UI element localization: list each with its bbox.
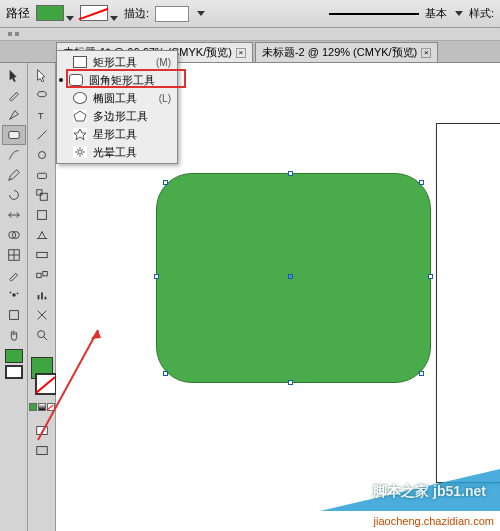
mesh-tool[interactable] xyxy=(2,245,26,265)
svg-marker-27 xyxy=(74,129,86,140)
watermark: 脚本之家 jb51.net jiaocheng.chazidian.com xyxy=(320,469,500,531)
mini-stroke-swatch[interactable] xyxy=(5,365,23,379)
zoom-tool[interactable] xyxy=(30,325,54,345)
rectangle-tool[interactable] xyxy=(2,125,26,145)
slice-tool[interactable] xyxy=(30,305,54,325)
svg-point-22 xyxy=(37,331,44,338)
svg-rect-21 xyxy=(44,297,46,300)
svg-rect-14 xyxy=(40,193,47,200)
rounded-rectangle-shape[interactable] xyxy=(156,173,431,383)
flyout-rounded-rectangle-tool[interactable]: 圆角矩形工具 xyxy=(57,71,177,89)
svg-rect-12 xyxy=(37,173,46,178)
svg-marker-26 xyxy=(74,111,86,121)
chevron-down-icon[interactable] xyxy=(455,11,463,16)
svg-point-11 xyxy=(38,152,45,159)
watermark-text-1: 脚本之家 jb51.net xyxy=(373,483,486,501)
shape-builder-tool[interactable] xyxy=(2,225,26,245)
close-icon[interactable]: × xyxy=(236,48,246,58)
svg-rect-19 xyxy=(37,295,39,299)
fill-swatch[interactable] xyxy=(36,5,74,23)
scale-tool[interactable] xyxy=(30,185,54,205)
stroke-color-block[interactable] xyxy=(35,373,57,395)
flyout-ellipse-tool[interactable]: 椭圆工具 (L) xyxy=(57,89,177,107)
rounded-rectangle-icon xyxy=(69,74,83,86)
svg-rect-13 xyxy=(36,190,41,195)
blob-brush-tool[interactable] xyxy=(30,145,54,165)
star-icon xyxy=(73,128,87,140)
column-graph-tool[interactable] xyxy=(30,285,54,305)
close-icon[interactable]: × xyxy=(421,48,431,58)
path-label: 路径 xyxy=(6,5,30,22)
shortcut-label: (M) xyxy=(156,57,171,68)
color-mode-swatches[interactable] xyxy=(29,403,55,411)
document-tab-2[interactable]: 未标题-2 @ 129% (CMYK/预览) × xyxy=(255,42,438,62)
blend-tool[interactable] xyxy=(30,265,54,285)
type-tool[interactable]: T xyxy=(30,105,54,125)
selection-tool[interactable] xyxy=(2,65,26,85)
svg-rect-25 xyxy=(36,447,47,455)
watermark-text-2: jiaocheng.chazidian.com xyxy=(374,515,494,527)
toolbox-col-b: T xyxy=(28,63,56,531)
mini-fill-swatch[interactable] xyxy=(5,349,23,363)
perspective-grid-tool[interactable] xyxy=(30,225,54,245)
direct-selection-tool[interactable] xyxy=(30,65,54,85)
ellipse-icon xyxy=(73,92,87,104)
flyout-label: 星形工具 xyxy=(93,127,137,142)
svg-point-4 xyxy=(12,293,16,297)
gradient-tool[interactable] xyxy=(30,245,54,265)
flyout-rectangle-tool[interactable]: 矩形工具 (M) xyxy=(57,53,177,71)
flyout-label: 矩形工具 xyxy=(93,55,137,70)
stroke-weight-field[interactable] xyxy=(155,6,189,22)
flyout-label: 多边形工具 xyxy=(93,109,148,124)
artboard-tool[interactable] xyxy=(2,305,26,325)
flyout-label: 椭圆工具 xyxy=(93,91,137,106)
artboard xyxy=(436,123,500,483)
toolbox-col-a xyxy=(0,63,28,531)
pencil-tool[interactable] xyxy=(2,165,26,185)
width-tool[interactable] xyxy=(2,205,26,225)
lasso-tool[interactable] xyxy=(30,85,54,105)
svg-rect-17 xyxy=(36,273,40,277)
flyout-flare-tool[interactable]: 光晕工具 xyxy=(57,143,177,161)
svg-rect-20 xyxy=(41,292,43,299)
svg-rect-15 xyxy=(37,211,46,220)
svg-line-23 xyxy=(43,337,47,341)
brush-basic-label: 基本 xyxy=(425,6,447,21)
brush-preview[interactable] xyxy=(329,13,419,15)
paintbrush-tool[interactable] xyxy=(2,145,26,165)
screen-mode-full[interactable] xyxy=(30,441,54,461)
svg-line-10 xyxy=(37,131,46,140)
svg-rect-24 xyxy=(36,427,47,435)
eyedropper-tool[interactable] xyxy=(2,265,26,285)
svg-point-28 xyxy=(78,150,82,154)
pen-tool[interactable] xyxy=(2,105,26,125)
stroke-swatch[interactable] xyxy=(80,5,118,23)
hand-tool[interactable] xyxy=(2,325,26,345)
svg-text:T: T xyxy=(37,110,43,121)
symbol-sprayer-tool[interactable] xyxy=(2,285,26,305)
svg-point-5 xyxy=(9,292,11,294)
magic-wand-tool[interactable] xyxy=(2,85,26,105)
shortcut-label: (L) xyxy=(159,93,171,104)
shape-tool-flyout: 矩形工具 (M) 圆角矩形工具 椭圆工具 (L) 多边形工具 星形工具 光晕工具 xyxy=(56,50,178,164)
stroke-label: 描边: xyxy=(124,6,149,21)
flyout-label: 圆角矩形工具 xyxy=(89,73,155,88)
flyout-label: 光晕工具 xyxy=(93,145,137,160)
svg-point-6 xyxy=(16,292,18,294)
svg-rect-0 xyxy=(8,132,19,139)
free-transform-tool[interactable] xyxy=(30,205,54,225)
options-bar: 路径 描边: 基本 样式: xyxy=(0,0,500,28)
rectangle-icon xyxy=(73,56,87,68)
rotate-tool[interactable] xyxy=(2,185,26,205)
eraser-tool[interactable] xyxy=(30,165,54,185)
control-strip xyxy=(0,28,500,41)
flyout-polygon-tool[interactable]: 多边形工具 xyxy=(57,107,177,125)
flyout-star-tool[interactable]: 星形工具 xyxy=(57,125,177,143)
style-label: 样式: xyxy=(469,6,494,21)
tab-label: 未标题-2 @ 129% (CMYK/预览) xyxy=(262,45,417,60)
line-tool[interactable] xyxy=(30,125,54,145)
chevron-down-icon[interactable] xyxy=(197,11,205,16)
flare-icon xyxy=(73,146,87,158)
svg-point-8 xyxy=(37,92,46,97)
screen-mode-normal[interactable] xyxy=(30,421,54,441)
